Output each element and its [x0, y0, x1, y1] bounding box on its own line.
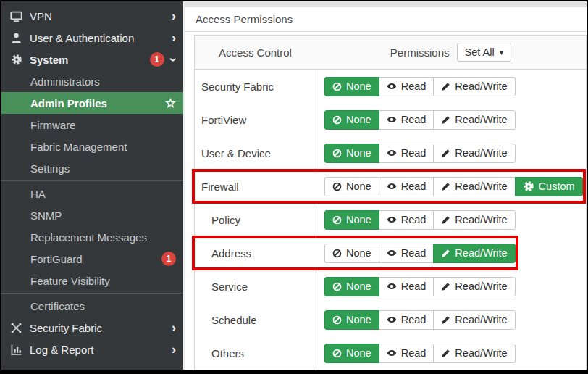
main-panel: Access Permissions Access Control Permis… — [185, 1, 587, 370]
read-button[interactable]: Read — [379, 210, 434, 230]
sidebar-item-user-and-authentication[interactable]: User & Authentication› — [1, 27, 183, 49]
sidebar-item-log-and-report[interactable]: Log & Report› — [1, 338, 183, 360]
ban-icon — [332, 249, 342, 258]
chevron-down-icon: › — [167, 57, 180, 62]
monitor-icon — [10, 10, 22, 22]
permission-row-service: ServiceNoneReadRead/Write — [195, 270, 586, 303]
eye-icon — [387, 148, 397, 158]
permission-button-group: NoneReadRead/Write — [316, 144, 516, 163]
permission-row-inner: FortiViewNoneReadRead/Write — [195, 105, 516, 134]
pencil-icon — [441, 215, 450, 225]
table-header-row: Access Control Permissions Set All ▾ — [195, 36, 586, 70]
permission-row-schedule: ScheduleNoneReadRead/Write — [195, 303, 586, 336]
button-label: None — [346, 247, 371, 259]
sidebar-item-fortiguard[interactable]: FortiGuard1 — [1, 248, 183, 270]
read-write-button[interactable]: Read/Write — [433, 210, 515, 230]
ban-icon — [332, 315, 342, 325]
sidebar-item-label: Firmware — [30, 119, 76, 131]
read-write-button[interactable]: Read/Write — [433, 144, 515, 163]
caret-down-icon: ▾ — [500, 48, 504, 57]
read-write-button[interactable]: Read/Write — [433, 244, 515, 263]
button-label: Read/Write — [455, 347, 507, 359]
button-label: Read — [401, 314, 427, 325]
sidebar-item-replacement-messages[interactable]: Replacement Messages — [1, 226, 183, 248]
read-write-button[interactable]: Read/Write — [433, 277, 515, 296]
sidebar-item-admin-profiles[interactable]: Admin Profiles☆ — [1, 92, 183, 114]
read-write-button[interactable]: Read/Write — [433, 110, 515, 130]
read-button[interactable]: Read — [379, 344, 434, 363]
permission-row-inner: ServiceNoneReadRead/Write — [195, 272, 516, 301]
permission-row-security-fabric: Security FabricNoneReadRead/Write — [195, 70, 586, 103]
sidebar-nav: VPN›User & Authentication›System1›Admini… — [1, 1, 183, 370]
pencil-icon — [441, 349, 450, 358]
none-button[interactable]: None — [324, 277, 379, 296]
sidebar-item-ha[interactable]: HA — [1, 183, 183, 204]
read-write-button[interactable]: Read/Write — [433, 77, 515, 96]
permission-row-label: User & Device — [195, 147, 316, 159]
chart-icon — [10, 344, 22, 356]
none-button[interactable]: None — [324, 110, 379, 130]
sidebar-item-settings[interactable]: Settings — [1, 157, 183, 179]
chevron-right-icon: › — [172, 320, 176, 334]
sidebar-item-label: VPN — [30, 10, 52, 22]
sidebar-item-label: Security Fabric — [30, 322, 102, 334]
sidebar-item-label: Administrators — [30, 75, 100, 88]
permission-row-inner: OthersNoneReadRead/Write — [195, 338, 516, 367]
chevron-right-icon: › — [172, 9, 176, 22]
set-all-label: Set All — [465, 46, 495, 58]
read-button[interactable]: Read — [379, 244, 434, 263]
permission-row-policy: PolicyNoneReadRead/Write — [195, 203, 586, 236]
read-write-button[interactable]: Read/Write — [433, 344, 515, 363]
button-label: Read/Write — [455, 247, 507, 259]
access-permissions-table: Access Control Permissions Set All ▾ Sec… — [194, 35, 587, 370]
none-button[interactable]: None — [324, 210, 379, 230]
pencil-icon — [441, 149, 450, 158]
permission-row-others: OthersNoneReadRead/Write — [195, 336, 586, 370]
sidebar-item-vpn[interactable]: VPN› — [1, 5, 183, 27]
button-label: Read/Write — [455, 214, 507, 225]
notification-badge: 1 — [161, 252, 176, 266]
none-button[interactable]: None — [324, 77, 379, 96]
permission-row-label: Address — [195, 247, 316, 259]
custom-button[interactable]: Custom — [515, 177, 583, 196]
read-write-button[interactable]: Read/Write — [433, 177, 515, 196]
none-button[interactable]: None — [324, 244, 379, 263]
sidebar-item-administrators[interactable]: Administrators — [1, 70, 183, 92]
sidebar-item-firmware[interactable]: Firmware — [1, 114, 183, 136]
read-button[interactable]: Read — [379, 277, 434, 296]
sidebar-item-snmp[interactable]: SNMP — [1, 204, 183, 226]
permission-row-inner: User & DeviceNoneReadRead/Write — [195, 138, 516, 167]
button-label: Read — [401, 80, 427, 92]
none-button[interactable]: None — [324, 310, 379, 330]
read-button[interactable]: Read — [379, 310, 434, 330]
sidebar-item-fabric-management[interactable]: Fabric Management — [1, 136, 183, 157]
eye-icon — [387, 81, 397, 91]
eye-icon — [387, 115, 397, 125]
sidebar-item-system[interactable]: System1› — [1, 49, 183, 70]
sidebar-item-feature-visibility[interactable]: Feature Visibility — [1, 270, 183, 291]
button-label: None — [346, 80, 371, 92]
sidebar-item-security-fabric[interactable]: Security Fabric› — [1, 317, 183, 338]
none-button[interactable]: None — [324, 177, 379, 196]
pencil-icon — [441, 282, 450, 291]
permissions-column-header: Permissions Set All ▾ — [316, 36, 586, 69]
button-label: Read — [401, 180, 427, 192]
app-window: VPN›User & Authentication›System1›Admini… — [0, 0, 588, 374]
panel-title-bar: Access Permissions — [185, 7, 587, 32]
eye-icon — [387, 181, 397, 191]
read-button[interactable]: Read — [379, 77, 434, 96]
sidebar-item-certificates[interactable]: Certificates — [1, 295, 183, 317]
permission-button-group: NoneReadRead/Write — [316, 344, 516, 363]
ban-icon — [332, 82, 342, 91]
set-all-button[interactable]: Set All ▾ — [457, 43, 512, 62]
read-write-button[interactable]: Read/Write — [433, 310, 515, 330]
none-button[interactable]: None — [324, 344, 379, 363]
none-button[interactable]: None — [324, 144, 379, 163]
star-icon[interactable]: ☆ — [165, 96, 176, 111]
read-button[interactable]: Read — [379, 110, 434, 130]
read-button[interactable]: Read — [379, 144, 434, 163]
read-button[interactable]: Read — [379, 177, 434, 196]
ban-icon — [332, 215, 342, 225]
button-label: None — [346, 314, 371, 325]
sidebar-item-label: User & Authentication — [30, 32, 134, 44]
